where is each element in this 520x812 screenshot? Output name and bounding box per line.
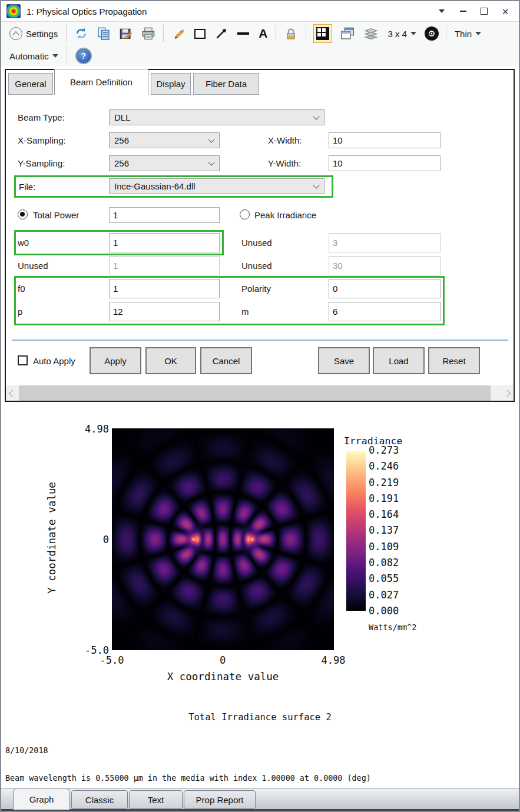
cancel-button[interactable]: Cancel — [200, 347, 252, 374]
minimize-button[interactable] — [456, 5, 469, 18]
tab-display[interactable]: Display — [151, 73, 191, 95]
print-button[interactable] — [141, 26, 156, 41]
grid-size-dropdown[interactable]: 3 x 4 — [386, 28, 418, 40]
auto-apply-checkbox[interactable] — [18, 355, 28, 365]
configurations-button[interactable] — [363, 26, 379, 41]
chevron-left-icon — [9, 390, 16, 397]
minimize-icon — [460, 11, 466, 12]
copy-icon — [97, 27, 110, 40]
annotate-rectangle-button[interactable] — [193, 28, 207, 40]
toolbar-secondary: Automatic ? — [1, 45, 519, 66]
ok-button[interactable]: OK — [145, 347, 196, 374]
bottom-tab-classic[interactable]: Classic — [71, 790, 128, 809]
x-sampling-select[interactable]: 256 — [109, 132, 220, 148]
save-button[interactable]: Save — [318, 347, 370, 374]
param-f0-label: f0 — [18, 284, 25, 294]
x-sampling-value: 256 — [114, 135, 129, 145]
bottom-tab-text[interactable]: Text — [129, 790, 183, 809]
apply-button[interactable]: Apply — [90, 347, 141, 374]
auto-apply-label: Auto Apply — [33, 356, 75, 366]
copy-button[interactable] — [96, 26, 111, 41]
separator — [67, 47, 67, 65]
toolbar-main: Settings — [1, 22, 519, 45]
tab-general[interactable]: General — [8, 73, 53, 95]
refresh-icon — [75, 27, 88, 40]
peak-irradiance-label: Peak Irradiance — [254, 210, 316, 220]
annotate-pencil-button[interactable] — [171, 26, 186, 41]
maximize-button[interactable] — [478, 5, 491, 18]
beam-type-select[interactable]: DLL — [109, 109, 324, 125]
x-width-input[interactable] — [329, 132, 440, 148]
param-m-input[interactable] — [329, 302, 440, 321]
bottom-tab-prop-report[interactable]: Prop Report — [184, 790, 256, 809]
scroll-left-button[interactable] — [6, 385, 19, 401]
thickness-dropdown[interactable]: Thin — [453, 28, 482, 40]
reset-label: Reset — [442, 356, 465, 366]
help-button[interactable]: ? — [74, 46, 93, 65]
total-power-label: Total Power — [33, 210, 79, 220]
bottom-tab-graph[interactable]: Graph — [13, 788, 70, 810]
window-menu-icon[interactable] — [435, 5, 448, 18]
beam-type-label: Beam Type: — [18, 112, 65, 122]
y-sampling-select[interactable]: 256 — [109, 155, 220, 171]
active-config-button[interactable] — [425, 26, 439, 41]
annotate-arrow-button[interactable] — [214, 26, 229, 41]
peak-irradiance-radio[interactable] — [240, 209, 250, 219]
total-power-input[interactable] — [109, 207, 220, 223]
param-polarity-label: Polarity — [241, 284, 271, 294]
file-label: File: — [19, 182, 35, 192]
x-axis-label: X coordinate value — [112, 671, 334, 683]
annotate-text-button[interactable]: A — [257, 26, 269, 41]
file-select[interactable]: Ince-Gaussian-64.dll — [109, 178, 324, 194]
separator — [66, 25, 67, 42]
chevron-down-icon — [313, 113, 319, 119]
load-button[interactable]: Load — [373, 347, 425, 374]
cascade-windows-icon — [340, 27, 355, 40]
window-title: 1: Physical Optics Propagation — [27, 6, 147, 16]
app-icon — [6, 4, 21, 18]
help-icon: ? — [75, 48, 92, 64]
tab-label: Text — [148, 795, 164, 805]
split-view-button[interactable] — [313, 24, 332, 43]
horizontal-scrollbar[interactable] — [6, 385, 513, 401]
apply-label: Apply — [104, 356, 127, 366]
split-view-icon — [316, 27, 329, 40]
param-f0-input[interactable] — [109, 279, 220, 298]
y-tick-mid: 0 — [74, 534, 109, 545]
reset-button[interactable]: Reset — [428, 347, 480, 374]
maximize-icon — [481, 8, 488, 15]
settings-label: Settings — [26, 29, 58, 39]
annotate-line-button[interactable] — [236, 31, 250, 36]
thickness-label: Thin — [455, 29, 472, 39]
scroll-right-button[interactable] — [500, 385, 513, 401]
tab-label: Fiber Data — [206, 79, 247, 89]
param-polarity-input[interactable] — [329, 279, 440, 298]
automatic-dropdown[interactable]: Automatic — [8, 50, 59, 62]
separator — [446, 25, 446, 42]
tab-beam-definition[interactable]: Beam Definition — [54, 69, 148, 95]
scrollbar-thumb[interactable] — [19, 385, 491, 401]
tab-label: Graph — [29, 794, 54, 804]
close-button[interactable]: × — [499, 5, 512, 18]
chevron-down-icon — [410, 32, 416, 35]
lock-button[interactable] — [283, 26, 299, 41]
ok-label: OK — [164, 356, 177, 366]
param-p-input[interactable] — [109, 302, 220, 321]
settings-toggle-button[interactable]: Settings — [8, 26, 59, 41]
total-power-radio[interactable] — [18, 209, 28, 219]
param-w0-input[interactable] — [109, 233, 220, 252]
load-label: Load — [389, 356, 408, 366]
cascade-windows-button[interactable] — [339, 26, 356, 41]
lock-icon — [284, 27, 297, 40]
separator — [163, 25, 164, 42]
collapse-settings-icon — [9, 27, 22, 40]
chevron-down-icon — [208, 159, 214, 165]
chevron-down-icon — [52, 54, 58, 58]
tab-fiber-data[interactable]: Fiber Data — [193, 73, 259, 95]
param-unused3-input — [329, 256, 440, 275]
save-button-toolbar[interactable] — [118, 26, 134, 41]
y-sampling-label: Y-Sampling: — [18, 158, 65, 168]
param-unused2-label: Unused — [18, 261, 48, 271]
y-width-input[interactable] — [329, 155, 440, 171]
refresh-button[interactable] — [74, 26, 89, 41]
